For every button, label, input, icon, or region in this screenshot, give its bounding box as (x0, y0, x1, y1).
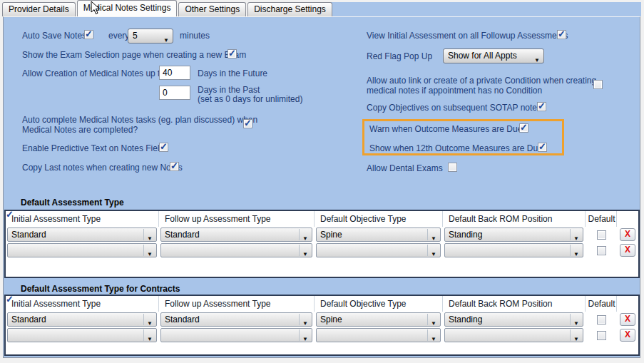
auto-save-label: Auto Save Notes (22, 31, 86, 41)
header-default: Default (586, 296, 617, 312)
delete-row-button[interactable]: X (620, 228, 635, 241)
days-past-input[interactable] (159, 86, 190, 100)
red-flag-label: Red Flag Pop Up (367, 51, 432, 61)
medical-notes-settings-page: Auto Save Notes every 5 minutes Show the… (3, 16, 640, 358)
show-12th-outcome-label: Show when 12th Outcome Measures are Due (369, 143, 543, 153)
header-follow-up-assessment-type: Follow up Assessment Type (159, 296, 315, 312)
table-row: X (6, 327, 638, 343)
exam-selection-checkbox[interactable] (228, 49, 237, 58)
days-past-label: Days in the Past (198, 85, 260, 95)
default-back-rom-dropdown[interactable] (444, 243, 583, 257)
default-assessment-type-table: Initial Assessment Type Follow up Assess… (4, 210, 640, 278)
header-default-back-rom-position: Default Back ROM Position (443, 211, 586, 227)
dental-exams-checkbox[interactable] (448, 163, 457, 172)
view-initial-assessment-checkbox[interactable] (557, 30, 566, 39)
follow-up-assessment-dropdown[interactable]: Standard (160, 227, 312, 242)
header-default-back-rom-position: Default Back ROM Position (443, 296, 586, 312)
default-assessment-type-contracts-table: Initial Assessment Type Follow up Assess… (4, 295, 640, 356)
show-12th-outcome-checkbox[interactable] (538, 143, 547, 152)
default-objective-dropdown[interactable] (316, 328, 441, 342)
dental-exams-label: Allow Dental Exams (367, 163, 443, 173)
default-assessment-type-contracts-title: Default Assessment Type for Contracts (21, 284, 180, 294)
header-initial-assessment-type: Initial Assessment Type (6, 296, 159, 312)
allow-creation-label: Allow Creation of Medical Notes up to (22, 68, 165, 78)
delete-row-button[interactable]: X (620, 244, 635, 257)
header-follow-up-assessment-type: Follow up Assessment Type (159, 211, 315, 227)
initial-assessment-dropdown[interactable] (7, 243, 157, 257)
tab-provider-details[interactable]: Provider Details (2, 2, 76, 16)
table-header-row: Initial Assessment Type Follow up Assess… (6, 296, 638, 312)
auto-link-label-line2: medical notes if appointment has no Cond… (367, 86, 542, 96)
default-back-rom-dropdown[interactable]: Standing (444, 227, 583, 242)
delete-row-button[interactable]: X (620, 329, 635, 342)
default-checkbox[interactable] (597, 315, 606, 324)
days-future-input[interactable] (159, 66, 190, 80)
auto-link-checkbox[interactable] (593, 80, 603, 89)
initial-assessment-dropdown[interactable]: Standard (7, 312, 157, 327)
table-row: Standard Standard Spine Standing X (6, 312, 638, 327)
minutes-label: minutes (180, 31, 210, 41)
follow-up-assessment-dropdown[interactable] (160, 328, 312, 342)
every-label: every (108, 31, 129, 41)
predictive-text-label: Enable Predictive Text on Notes Fields (22, 143, 168, 153)
default-back-rom-dropdown[interactable]: Standing (444, 312, 583, 327)
auto-save-checkbox[interactable] (84, 30, 93, 39)
default-objective-dropdown[interactable]: Spine (316, 312, 441, 327)
red-flag-dropdown[interactable]: Show for All Appts (443, 48, 544, 63)
follow-up-assessment-dropdown[interactable]: Standard (160, 312, 312, 327)
auto-complete-label-line2: Medical Notes are completed? (22, 125, 138, 135)
auto-complete-checkbox[interactable] (243, 119, 252, 128)
default-objective-dropdown[interactable]: Spine (316, 227, 441, 242)
follow-up-assessment-dropdown[interactable] (160, 243, 312, 257)
days-future-label: Days in the Future (198, 68, 267, 78)
predictive-text-checkbox[interactable] (159, 143, 168, 152)
warn-outcome-checkbox[interactable] (519, 123, 528, 133)
exam-selection-label: Show the Exam Selection page when creati… (22, 50, 246, 60)
initial-assessment-dropdown[interactable]: Standard (7, 227, 157, 242)
header-default-objective-type: Default Objective Type (315, 211, 443, 227)
delete-row-button[interactable]: X (620, 313, 635, 326)
tab-bar: Provider Details Medical Notes Settings … (2, 1, 334, 16)
default-back-rom-dropdown[interactable] (444, 328, 583, 342)
auto-link-label-line1: Allow auto link or create of a private C… (367, 76, 596, 86)
warn-outcome-label: Warn when Outcome Measures are Due (369, 124, 522, 134)
days-past-note: (set as 0 days for unlimited) (198, 94, 302, 104)
header-delete (617, 296, 638, 312)
default-checkbox[interactable] (597, 230, 606, 240)
default-objective-dropdown[interactable] (316, 243, 441, 257)
header-default-objective-type: Default Objective Type (315, 296, 443, 312)
mouse-cursor-icon (91, 1, 101, 15)
auto-complete-label-line1: Auto complete Medical Notes tasks (eg. p… (22, 115, 257, 125)
autosave-interval-dropdown[interactable]: 5 (128, 29, 173, 44)
tab-discharge-settings[interactable]: Discharge Settings (247, 2, 332, 16)
copy-objectives-label: Copy Objectives on subsequent SOTAP note… (367, 103, 541, 113)
copy-last-notes-label: Copy Last notes when creating new Notes (22, 163, 183, 173)
tab-other-settings[interactable]: Other Settings (178, 2, 246, 16)
table-row: Standard Standard Spine Standing X (6, 227, 638, 242)
copy-last-notes-checkbox[interactable] (170, 162, 179, 171)
default-assessment-type-title: Default Assessment Type (21, 198, 124, 208)
header-delete (617, 211, 638, 227)
header-initial-assessment-type: Initial Assessment Type (6, 211, 159, 227)
copy-objectives-checkbox[interactable] (537, 102, 546, 111)
table-header-row: Initial Assessment Type Follow up Assess… (6, 211, 638, 227)
default-checkbox[interactable] (597, 246, 606, 255)
table-row: X (6, 242, 638, 258)
initial-assessment-dropdown[interactable] (7, 328, 157, 342)
default-checkbox[interactable] (597, 331, 606, 340)
header-default: Default (586, 211, 617, 227)
view-initial-assessment-label: View Initial Assessment on all Followup … (367, 31, 568, 41)
